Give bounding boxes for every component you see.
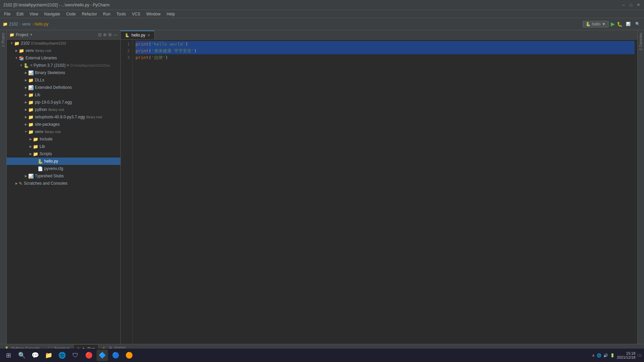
hello-py-icon: 🐍 bbox=[38, 159, 43, 164]
orange-app-icon[interactable]: 🟠 bbox=[123, 350, 135, 361]
favorites-label[interactable]: 2: Favorites bbox=[638, 32, 643, 52]
start-button[interactable]: ⊞ bbox=[3, 350, 14, 361]
run-config-area: 🐍 hello ▼ ▶ 🐛 📊 🔍 bbox=[583, 21, 641, 27]
search-taskbar-button[interactable]: 🔍 bbox=[16, 350, 28, 361]
menu-window[interactable]: Window bbox=[144, 11, 163, 17]
hide-panel-icon[interactable]: — bbox=[113, 32, 118, 37]
windows-security-icon[interactable]: 🛡 bbox=[70, 350, 81, 361]
editor-tab-hello-py[interactable]: 🐍 hello.py ✕ bbox=[121, 31, 155, 39]
ext-defs-arrow-icon: ▶ bbox=[23, 86, 28, 89]
task-view-button[interactable]: 💬 bbox=[30, 350, 41, 361]
tree-venv-root[interactable]: ▶ 📁 venv library root bbox=[7, 47, 120, 54]
include-label: Include bbox=[40, 137, 53, 141]
pyvenv-cfg-label: pyvenv.cfg bbox=[44, 166, 63, 171]
pyvenv-cfg-icon: 📄 bbox=[38, 166, 43, 171]
code-content[interactable]: print('hello world') print('身体健康 平平安安') … bbox=[133, 40, 637, 344]
tree-extended-defs[interactable]: ▶ 📊 Extended Definitions bbox=[7, 84, 120, 91]
code-line-1[interactable]: print('hello world') bbox=[136, 41, 635, 48]
menu-vcs[interactable]: VCS bbox=[129, 11, 143, 17]
menu-edit[interactable]: Edit bbox=[14, 11, 26, 17]
venv-root-label: venv bbox=[25, 48, 34, 53]
tree-lib[interactable]: ▶ 📁 Lib bbox=[7, 91, 120, 99]
menu-file[interactable]: File bbox=[1, 11, 13, 17]
tree-root[interactable]: ▼ 📁 2102 D:\install\pycharm\2102 bbox=[7, 40, 120, 47]
close-button[interactable]: ✕ bbox=[636, 3, 641, 7]
pip-egg-label: pip-19.0.3-py3.7.egg bbox=[35, 100, 72, 105]
code-line-3[interactable]: print('自律') bbox=[136, 54, 635, 61]
tree-pyvenv-cfg[interactable]: 📄 pyvenv.cfg bbox=[7, 165, 120, 172]
minimize-button[interactable]: ─ bbox=[621, 3, 626, 7]
pip-egg-arrow-icon: ▶ bbox=[23, 101, 28, 104]
lib2-label: Lib bbox=[40, 144, 45, 149]
tree-pip-egg[interactable]: ▶ 📁 pip-19.0.3-py3.7.egg bbox=[7, 99, 120, 106]
tree-scripts[interactable]: ▶ 📁 Scripts bbox=[7, 150, 120, 158]
code-line-2[interactable]: print('身体健康 平平安安') bbox=[136, 48, 635, 54]
site-packages-label: site-packages bbox=[35, 122, 60, 127]
breadcrumb-root[interactable]: 2102 bbox=[9, 22, 18, 26]
show-desktop-button[interactable]: □ bbox=[637, 353, 641, 357]
venv-lib-arrow-icon: ▼ bbox=[23, 130, 28, 133]
menu-navigate[interactable]: Navigate bbox=[42, 11, 63, 17]
title-text: 2102 [D:\install\pycharm\2102] - ...\ven… bbox=[3, 3, 110, 7]
tree-include[interactable]: ▶ 📁 Include bbox=[7, 135, 120, 143]
collapse-all-icon[interactable]: ⊟ bbox=[98, 32, 102, 37]
settings-icon[interactable]: ⚙ bbox=[108, 32, 112, 37]
menu-tools[interactable]: Tools bbox=[114, 11, 128, 17]
tree-typeshed-stubs[interactable]: ▶ 📊 Typeshed Stubs bbox=[7, 172, 120, 180]
browser-icon[interactable]: 🌐 bbox=[56, 350, 68, 361]
breadcrumb-file[interactable]: hello.py bbox=[35, 22, 48, 26]
root-arrow-icon: ▼ bbox=[9, 42, 14, 45]
binary-skeletons-arrow-icon: ▶ bbox=[23, 71, 28, 74]
run-button[interactable]: ▶ bbox=[611, 21, 615, 27]
red-app-icon[interactable]: 🔴 bbox=[83, 350, 95, 361]
coverage-button[interactable]: 📊 bbox=[625, 21, 632, 27]
tree-binary-skeletons[interactable]: ▶ 📊 Binary Skeletons bbox=[7, 69, 120, 76]
menu-view[interactable]: View bbox=[27, 11, 41, 17]
code-editor[interactable]: 1 2 3 print('hello world') print('身体健康 平… bbox=[121, 40, 637, 344]
scratches-label: Scratches and Consoles bbox=[24, 181, 67, 186]
breadcrumb-project-icon: 📁 bbox=[3, 22, 8, 26]
window-controls[interactable]: ─ □ ✕ bbox=[621, 3, 641, 7]
dropdown-arrow-icon[interactable]: ▼ bbox=[30, 33, 33, 37]
tray-battery-icon[interactable]: 🔋 bbox=[610, 353, 615, 358]
tree-python37[interactable]: ▼ 🐍 < Python 3.7 (2102) > D:\install\pyc… bbox=[7, 62, 120, 69]
tree-site-packages[interactable]: ▶ 📁 site-packages bbox=[7, 121, 120, 128]
tree-dlls[interactable]: ▶ 📁 DLLs bbox=[7, 76, 120, 84]
line-numbers: 1 2 3 bbox=[121, 40, 133, 344]
tree-venv-lib[interactable]: ▼ 📁 venv library root bbox=[7, 128, 120, 135]
tray-chevron-icon[interactable]: ∧ bbox=[592, 353, 595, 358]
search-everywhere-button[interactable]: 🔍 bbox=[634, 21, 641, 27]
menu-run[interactable]: Run bbox=[100, 11, 113, 17]
tree-hello-py[interactable]: 🐍 hello.py bbox=[7, 158, 120, 165]
ext-libs-arrow-icon: ▼ bbox=[14, 56, 19, 60]
binary-skeletons-label: Binary Skeletons bbox=[35, 70, 65, 75]
edge-icon[interactable]: 🔵 bbox=[110, 350, 121, 361]
venv-lib-folder-icon: 📁 bbox=[28, 129, 34, 134]
file-explorer-icon[interactable]: 📁 bbox=[43, 350, 54, 361]
tree-python-lib[interactable]: ▶ 📁 python library root bbox=[7, 106, 120, 113]
tree-lib2[interactable]: ▶ 📁 Lib bbox=[7, 143, 120, 150]
menu-help[interactable]: Help bbox=[164, 11, 178, 17]
menu-refactor[interactable]: Refactor bbox=[79, 11, 100, 17]
system-clock[interactable]: 15:18 2021/12/18 bbox=[617, 351, 635, 359]
tray-volume-icon[interactable]: 🔊 bbox=[603, 353, 608, 358]
tab-close-icon[interactable]: ✕ bbox=[147, 33, 150, 38]
lib2-folder-icon: 📁 bbox=[33, 144, 38, 149]
breadcrumb-venv[interactable]: venv bbox=[22, 22, 31, 26]
tray-network-icon[interactable]: 🌐 bbox=[597, 353, 601, 358]
locate-icon[interactable]: ⊕ bbox=[103, 32, 107, 37]
menu-code[interactable]: Code bbox=[63, 11, 78, 17]
debug-button[interactable]: 🐛 bbox=[617, 21, 623, 27]
tree-setuptools-egg[interactable]: ▶ 📁 setuptools-40.8.0-py3.7.egg library … bbox=[7, 113, 120, 121]
maximize-button[interactable]: □ bbox=[629, 3, 633, 7]
project-icon: 📁 bbox=[9, 33, 14, 37]
root-label: 2102 bbox=[21, 41, 30, 46]
dlls-label: DLLs bbox=[35, 78, 44, 82]
run-config-selector[interactable]: 🐍 hello ▼ bbox=[583, 21, 609, 27]
tree-external-libs[interactable]: ▼ 📚 External Libraries bbox=[7, 54, 120, 62]
python37-icon: 🐍 bbox=[23, 63, 29, 68]
pycharm-icon[interactable]: 🔷 bbox=[97, 350, 108, 361]
site-packages-arrow-icon: ▶ bbox=[23, 123, 28, 126]
tree-scratches[interactable]: ▶ ✎ Scratches and Consoles bbox=[7, 180, 120, 187]
project-strip-label[interactable]: 1: Project bbox=[1, 32, 6, 48]
